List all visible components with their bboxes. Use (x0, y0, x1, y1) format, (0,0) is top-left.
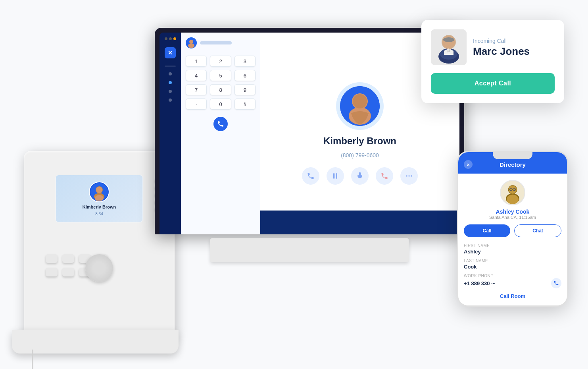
incoming-caller-avatar (431, 29, 467, 65)
phone-screen-time: 8:34 (95, 212, 103, 216)
laptop-screen-inner: ✕ (159, 33, 459, 234)
mobile-contact-name: Ashley Cook (464, 209, 561, 215)
phone-bigkey-2[interactable] (62, 254, 74, 263)
dialer-panel: 1 2 3 4 5 6 7 8 9 · 0 # (181, 33, 260, 234)
svg-point-6 (189, 40, 193, 44)
mobile-contact-avatar (500, 180, 525, 205)
svg-point-11 (353, 94, 367, 108)
desk-phone: Kimberly Brown 8:34 (12, 135, 179, 357)
svg-point-14 (406, 175, 407, 176)
sidebar-dot-3 (169, 90, 172, 93)
call-contact-name: Kimberly Brown (323, 135, 396, 147)
call-ctrl-mute[interactable] (351, 167, 369, 185)
call-controls (302, 167, 418, 185)
mobile-actions: Call Chat (464, 224, 561, 237)
call-ctrl-end[interactable] (376, 167, 393, 185)
phone-bigkey-6[interactable] (62, 268, 74, 276)
dialer-key-5[interactable]: 5 (210, 70, 231, 81)
dialer-key-2[interactable]: 2 (210, 56, 231, 67)
phone-base (12, 330, 179, 354)
dialer-key-7[interactable]: 7 (186, 84, 207, 95)
dialer-key-9[interactable]: 9 (234, 84, 256, 95)
call-avatar-inner (340, 86, 380, 126)
mobile-first-name-label: First name (464, 243, 561, 248)
mobile-notch (493, 152, 532, 159)
app-main: 1 2 3 4 5 6 7 8 9 · 0 # (181, 33, 459, 234)
scene: Kimberly Brown 8:34 (0, 0, 588, 369)
dialer-key-8[interactable]: 8 (210, 84, 231, 95)
svg-rect-12 (333, 173, 334, 178)
call-avatar-outer (336, 82, 384, 130)
phone-bigkey-5[interactable] (46, 268, 58, 276)
phone-screen-name: Kimberly Brown (83, 205, 116, 209)
svg-point-3 (96, 187, 102, 193)
svg-point-16 (411, 175, 412, 176)
mobile-contact-location: Santa Ana CA, 11:15am (464, 215, 561, 220)
dialer-key-6[interactable]: 6 (234, 70, 256, 81)
phone-nav-ring[interactable] (85, 254, 113, 282)
mobile-call-button[interactable]: Call (464, 224, 510, 237)
dialer-key-4[interactable]: 4 (186, 70, 207, 81)
call-footer (260, 211, 459, 234)
mobile-last-name-value: Cook (464, 264, 561, 270)
mobile-title: Directory (500, 161, 526, 168)
dialer-key-3[interactable]: 3 (234, 56, 256, 67)
phone-screen: Kimberly Brown 8:34 (56, 175, 143, 222)
dialer-avatar (186, 37, 197, 48)
dialer-key-1[interactable]: 1 (186, 56, 207, 67)
incoming-call-header: Incoming Call Marc Jones (431, 29, 555, 65)
mobile-last-name-label: Last name (464, 259, 561, 263)
sidebar-dot-2 (169, 81, 172, 84)
app-logo: ✕ (165, 47, 176, 58)
mobile-body: Ashley Cook Santa Ana CA, 11:15am Call C… (458, 174, 567, 305)
call-ctrl-more[interactable] (400, 167, 418, 185)
incoming-call-label: Incoming Call (473, 38, 555, 44)
dialer-call-button[interactable] (213, 117, 228, 131)
accept-call-button[interactable]: Accept Call (431, 73, 555, 94)
incoming-caller-name: Marc Jones (473, 46, 555, 57)
mobile-phone-row: +1 889 330 ··· (464, 278, 561, 288)
incoming-call-popup: Incoming Call Marc Jones Accept Call (421, 20, 564, 103)
call-contact-number: (800) 799-0600 (341, 152, 379, 158)
mobile-work-phone-value: +1 889 330 ··· (464, 280, 496, 286)
dialer-key-hash[interactable]: # (234, 99, 256, 110)
mobile-first-name-field: First name Ashley (464, 243, 561, 255)
call-ctrl-phone[interactable] (302, 167, 319, 185)
phone-call-icon[interactable] (551, 278, 561, 288)
laptop-screen-outer: ✕ (155, 28, 464, 234)
dialer-name-bar (200, 41, 232, 44)
sidebar-dot-4 (169, 99, 172, 102)
svg-point-28 (507, 195, 519, 204)
laptop-keyboard (210, 238, 409, 262)
mobile-work-phone-field: Work Phone +1 889 330 ··· (464, 274, 561, 288)
svg-point-22 (443, 37, 454, 42)
mobile-first-name-value: Ashley (464, 249, 561, 255)
svg-rect-13 (336, 173, 337, 178)
dialer-grid[interactable]: 1 2 3 4 5 6 7 8 9 · 0 # (186, 56, 256, 110)
mobile-work-phone-label: Work Phone (464, 274, 561, 278)
sidebar-dot-1 (169, 72, 172, 75)
incoming-caller-info: Incoming Call Marc Jones (473, 38, 555, 57)
mobile-panel: × Directory Ashley Cook San (457, 151, 568, 307)
mobile-last-name-field: Last name Cook (464, 259, 561, 270)
app-sidebar: ✕ (159, 33, 181, 234)
dialer-key-0[interactable]: 0 (210, 99, 231, 110)
svg-point-15 (408, 175, 409, 176)
phone-body: Kimberly Brown 8:34 (24, 151, 175, 342)
svg-point-7 (188, 43, 194, 48)
dialer-contact-row (186, 37, 256, 48)
phone-bigkey-1[interactable] (46, 254, 58, 263)
phone-screen-avatar (89, 182, 110, 202)
phone-cord (32, 350, 33, 369)
mobile-chat-button[interactable]: Chat (514, 224, 561, 237)
laptop: ✕ (155, 28, 464, 266)
call-ctrl-pause[interactable] (327, 167, 344, 185)
app-chrome: ✕ (159, 33, 459, 234)
mobile-call-room-button[interactable]: Call Room (464, 293, 561, 299)
mobile-close-button[interactable]: × (464, 160, 473, 169)
dialer-key-dot[interactable]: · (186, 99, 207, 110)
